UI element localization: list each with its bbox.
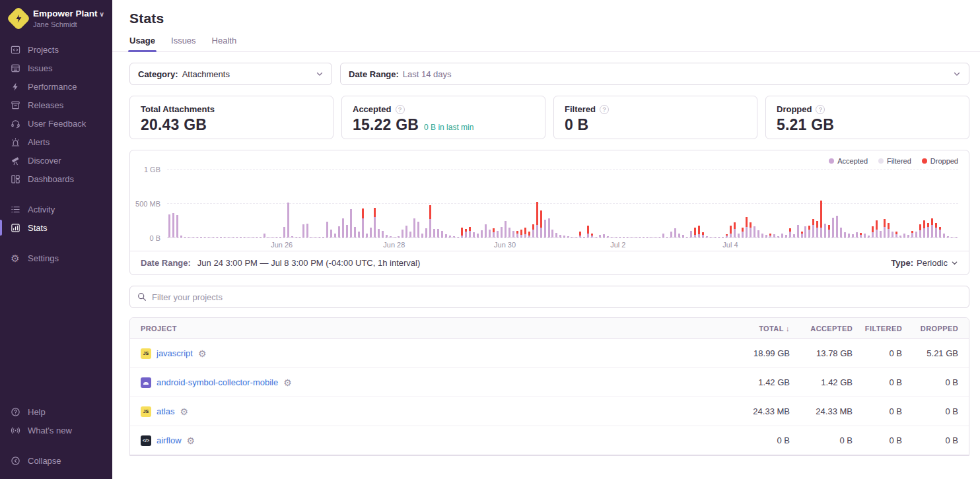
org-switcher[interactable]: Empower Plant∨ Jane Schmidt bbox=[0, 9, 112, 40]
chart-bar bbox=[382, 231, 384, 238]
chart-bar bbox=[350, 209, 352, 238]
chart-bar bbox=[828, 225, 830, 238]
sidebar-item-alerts[interactable]: Alerts bbox=[0, 133, 112, 151]
chart-bar bbox=[493, 228, 495, 238]
stat-card-label: Dropped bbox=[777, 104, 812, 114]
chart-bar bbox=[820, 201, 822, 238]
content: Category: Attachments Date Range: Last 1… bbox=[112, 52, 980, 479]
cell-filtered: 0 B bbox=[853, 406, 902, 416]
project-link[interactable]: android-symbol-collector-mobile bbox=[157, 377, 278, 387]
sidebar-item-activity[interactable]: Activity bbox=[0, 200, 112, 218]
chart-bar bbox=[405, 226, 407, 238]
sidebar-item-stats[interactable]: Stats bbox=[0, 218, 112, 237]
chart-bar bbox=[750, 222, 752, 238]
sidebar-item-help[interactable]: Help bbox=[0, 402, 112, 421]
tab-usage[interactable]: Usage bbox=[129, 36, 155, 51]
stat-card-label: Accepted bbox=[353, 104, 392, 114]
category-select[interactable]: Category: Attachments bbox=[129, 63, 332, 85]
chart-bar bbox=[536, 202, 538, 238]
chart-bar bbox=[551, 230, 553, 238]
chart-bar bbox=[497, 231, 499, 238]
stat-card-accepted: Accepted?15.22 GB0 B in last min bbox=[341, 96, 545, 139]
y-axis-label: 500 MB bbox=[135, 200, 160, 208]
chart-bars bbox=[168, 169, 957, 238]
chart-bar bbox=[888, 223, 890, 238]
table-row: JSatlas⚙24.33 MB24.33 MB0 B0 B bbox=[130, 397, 969, 426]
legend-item-filtered[interactable]: Filtered bbox=[878, 157, 911, 165]
page-title: Stats bbox=[129, 11, 969, 26]
chart-bar bbox=[880, 231, 882, 238]
chart-type-select[interactable]: Type: Periodic bbox=[891, 258, 958, 268]
sidebar-item-label: Alerts bbox=[28, 138, 50, 146]
stat-card-total-attachments: Total Attachments20.43 GB bbox=[129, 96, 333, 139]
legend-item-accepted[interactable]: Accepted bbox=[829, 157, 868, 165]
column-dropped[interactable]: Dropped bbox=[902, 325, 958, 333]
code-platform-icon: </> bbox=[141, 435, 151, 446]
project-link[interactable]: airflow bbox=[157, 435, 182, 445]
sidebar-item-projects[interactable]: Projects bbox=[0, 40, 112, 59]
chart-bar bbox=[579, 232, 581, 238]
project-link[interactable]: javascript bbox=[157, 348, 193, 358]
sidebar-item-whats-new[interactable]: What's new bbox=[0, 421, 112, 439]
chart-bar bbox=[923, 220, 925, 238]
cell-dropped: 0 B bbox=[902, 406, 958, 416]
column-project[interactable]: Project bbox=[141, 325, 717, 333]
help-tooltip-icon[interactable]: ? bbox=[816, 105, 825, 114]
chart-bar bbox=[326, 222, 328, 238]
chart-bar bbox=[832, 218, 834, 238]
chart-bar bbox=[757, 230, 759, 238]
chart-bar bbox=[413, 218, 415, 238]
stat-card-value: 20.43 GB bbox=[141, 116, 207, 134]
chart-bar bbox=[338, 226, 340, 238]
chart-bar bbox=[306, 224, 308, 238]
chart-bar bbox=[485, 224, 487, 238]
tab-bar: UsageIssuesHealth bbox=[112, 26, 980, 52]
chart-bar bbox=[346, 225, 348, 238]
legend-item-dropped[interactable]: Dropped bbox=[922, 157, 958, 165]
sidebar-item-label: Activity bbox=[28, 205, 55, 214]
sidebar-item-label: Releases bbox=[28, 101, 63, 110]
project-settings-gear-icon[interactable]: ⚙ bbox=[198, 349, 207, 358]
sidebar-item-collapse[interactable]: Collapse bbox=[0, 451, 112, 470]
broadcast-icon bbox=[10, 425, 20, 435]
project-filter-input[interactable] bbox=[152, 292, 962, 302]
project-settings-gear-icon[interactable]: ⚙ bbox=[187, 436, 195, 445]
sidebar-item-settings[interactable]: ⚙Settings bbox=[0, 249, 112, 267]
project-settings-gear-icon[interactable]: ⚙ bbox=[180, 407, 188, 416]
chart-bar bbox=[330, 230, 332, 238]
tab-issues[interactable]: Issues bbox=[171, 36, 196, 51]
sidebar-item-dashboards[interactable]: Dashboards bbox=[0, 170, 112, 188]
tab-health[interactable]: Health bbox=[212, 36, 237, 51]
cell-total: 24.33 MB bbox=[717, 406, 790, 416]
sidebar-item-performance[interactable]: Performance bbox=[0, 77, 112, 96]
main-area: Stats UsageIssuesHealth Category: Attach… bbox=[112, 0, 980, 479]
sidebar-item-discover[interactable]: Discover bbox=[0, 151, 112, 170]
chart-bar bbox=[441, 231, 443, 238]
sidebar-item-label: Projects bbox=[28, 46, 59, 54]
column-accepted[interactable]: Accepted bbox=[790, 325, 853, 333]
performance-icon bbox=[10, 81, 20, 92]
sidebar-nav: ProjectsIssuesPerformanceReleasesUser Fe… bbox=[0, 40, 112, 267]
date-range-select[interactable]: Date Range: Last 14 days bbox=[340, 63, 969, 85]
sidebar-item-label: Discover bbox=[28, 156, 61, 165]
stat-card-note: 0 B in last min bbox=[424, 123, 473, 132]
column-total[interactable]: Total ↓ bbox=[717, 325, 790, 333]
stat-card-value: 5.21 GB bbox=[777, 116, 834, 134]
chart-bar bbox=[501, 227, 503, 238]
stat-card-value: 15.22 GB bbox=[353, 116, 419, 134]
chart-bar bbox=[370, 228, 372, 238]
project-link[interactable]: atlas bbox=[157, 406, 174, 416]
stat-card-dropped: Dropped?5.21 GB bbox=[765, 96, 969, 139]
sidebar-item-issues[interactable]: Issues bbox=[0, 59, 112, 77]
table-row: JSjavascript⚙18.99 GB13.78 GB0 B5.21 GB bbox=[130, 339, 969, 368]
help-tooltip-icon[interactable]: ? bbox=[396, 105, 405, 114]
project-settings-gear-icon[interactable]: ⚙ bbox=[283, 378, 292, 387]
chart-bar bbox=[168, 214, 170, 238]
sidebar-item-user-feedback[interactable]: User Feedback bbox=[0, 114, 112, 133]
column-filtered[interactable]: Filtered bbox=[853, 325, 902, 333]
help-tooltip-icon[interactable]: ? bbox=[600, 105, 609, 114]
sidebar-item-releases[interactable]: Releases bbox=[0, 96, 112, 114]
chart-bar bbox=[844, 232, 846, 238]
stats-icon bbox=[10, 222, 20, 233]
chart-bar bbox=[694, 228, 696, 238]
